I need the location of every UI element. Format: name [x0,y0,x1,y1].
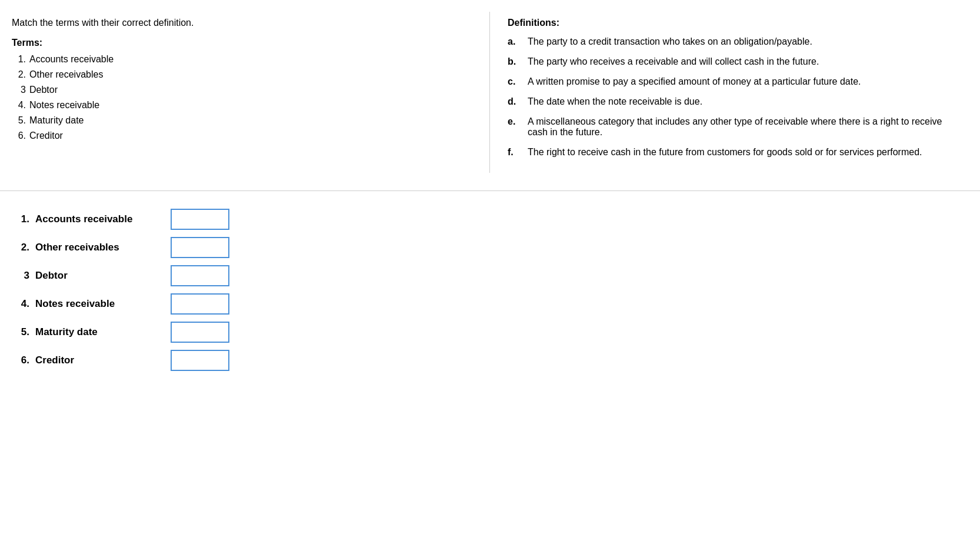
definition-item: f.The right to receive cash in the futur… [508,147,962,158]
answer-label: Creditor [35,355,165,366]
definition-letter: a. [508,36,519,47]
term-number: 4. [12,100,26,111]
term-item: 6.Creditor [12,131,472,141]
answer-input-6[interactable] [171,350,229,371]
term-item: 3Debtor [12,85,472,95]
intro-text: Match the terms with their correct defin… [12,18,472,28]
answer-number: 4. [12,298,29,310]
term-number: 3 [12,85,26,95]
answer-number: 5. [12,326,29,338]
definition-letter: d. [508,96,519,107]
term-number: 2. [12,69,26,80]
answer-input-4[interactable] [171,293,229,315]
answer-input-1[interactable] [171,209,229,230]
definitions-heading: Definitions: [508,18,962,28]
answer-number: 6. [12,355,29,366]
bottom-section: 1. Accounts receivable 2. Other receivab… [0,191,980,390]
term-label: Accounts receivable [29,54,114,65]
terms-list: 1.Accounts receivable2.Other receivables… [12,54,472,141]
right-panel: Definitions: a.The party to a credit tra… [490,12,980,173]
definition-item: c.A written promise to pay a specified a… [508,76,962,87]
top-section: Match the terms with their correct defin… [0,0,980,191]
definition-item: b.The party who receives a receivable an… [508,56,962,67]
answer-item: 3 Debtor [12,265,968,286]
answer-item: 4. Notes receivable [12,293,968,315]
definition-item: d.The date when the note receivable is d… [508,96,962,107]
answer-number: 2. [12,242,29,253]
definition-text: The right to receive cash in the future … [528,147,922,158]
term-label: Other receivables [29,69,103,80]
answer-item: 1. Accounts receivable [12,209,968,230]
definition-item: e.A miscellaneous category that includes… [508,116,962,138]
term-item: 4.Notes receivable [12,100,472,111]
definition-letter: e. [508,116,519,127]
term-item: 1.Accounts receivable [12,54,472,65]
answer-input-2[interactable] [171,237,229,258]
answer-item: 5. Maturity date [12,322,968,343]
definition-text: The party who receives a receivable and … [528,56,819,67]
answer-label: Debtor [35,270,165,282]
definition-text: The party to a credit transaction who ta… [528,36,812,47]
term-label: Notes receivable [29,100,99,111]
definition-item: a.The party to a credit transaction who … [508,36,962,47]
definition-text: A written promise to pay a specified amo… [528,76,861,87]
answer-number: 1. [12,213,29,225]
definition-letter: c. [508,76,519,87]
answer-number: 3 [12,270,29,282]
term-number: 6. [12,131,26,141]
answer-item: 6. Creditor [12,350,968,371]
answer-item: 2. Other receivables [12,237,968,258]
answer-list: 1. Accounts receivable 2. Other receivab… [12,209,968,371]
definition-text: A miscellaneous category that includes a… [528,116,962,138]
term-number: 5. [12,115,26,126]
left-panel: Match the terms with their correct defin… [0,12,490,173]
definition-letter: f. [508,147,519,158]
term-number: 1. [12,54,26,65]
answer-label: Notes receivable [35,298,165,310]
definition-text: The date when the note receivable is due… [528,96,702,107]
term-label: Debtor [29,85,58,95]
term-label: Maturity date [29,115,84,126]
answer-input-3[interactable] [171,265,229,286]
terms-heading: Terms: [12,38,472,48]
definition-letter: b. [508,56,519,67]
definitions-list: a.The party to a credit transaction who … [508,36,962,158]
answer-input-5[interactable] [171,322,229,343]
term-label: Creditor [29,131,63,141]
term-item: 2.Other receivables [12,69,472,80]
answer-label: Maturity date [35,326,165,338]
term-item: 5.Maturity date [12,115,472,126]
answer-label: Accounts receivable [35,213,165,225]
answer-label: Other receivables [35,242,165,253]
